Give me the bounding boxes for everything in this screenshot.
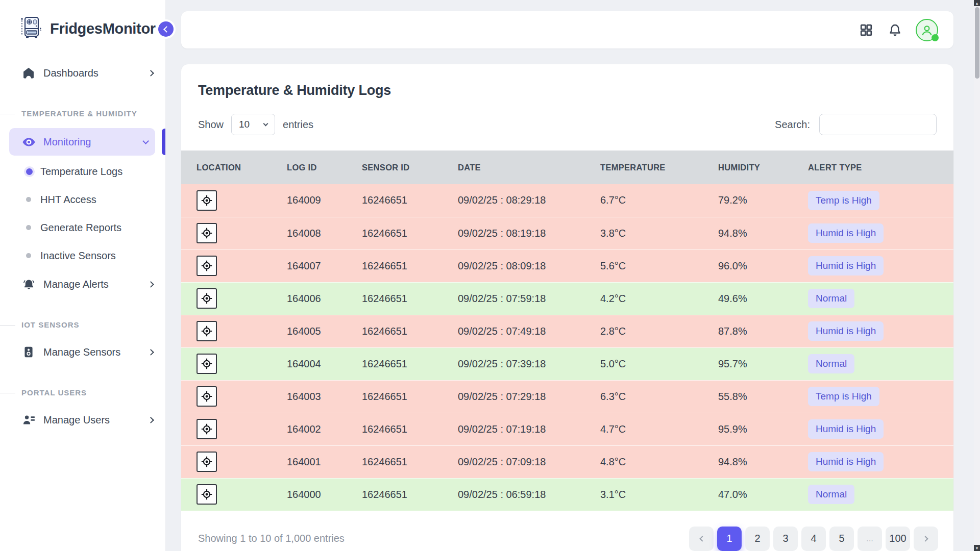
- sidebar-item-manage-sensors[interactable]: Manage Sensors: [0, 338, 165, 366]
- table-row: 164001 16246651 09/02/25 : 07:09:18 4.8°…: [181, 445, 953, 478]
- date-cell: 09/02/25 : 08:29:18: [443, 184, 585, 217]
- log-id-cell: 164006: [272, 282, 347, 315]
- alert-type-badge: Humid is High: [808, 321, 884, 341]
- location-button[interactable]: [197, 452, 217, 472]
- temperature-cell: 5.6°C: [585, 249, 703, 282]
- temperature-cell: 2.8°C: [585, 315, 703, 347]
- alert-type-badge: Humid is High: [808, 419, 884, 439]
- chevron-down-icon: [263, 121, 268, 127]
- entries-label: entries: [283, 119, 313, 131]
- notifications-bell-button[interactable]: [887, 22, 902, 38]
- scrollbar-thumb[interactable]: [975, 7, 979, 79]
- location-button[interactable]: [197, 223, 217, 243]
- eye-icon: [21, 135, 36, 149]
- temperature-cell: 3.8°C: [585, 217, 703, 249]
- sidebar-item-manage-alerts[interactable]: Manage Alerts: [0, 270, 165, 298]
- sensor-id-cell: 16246651: [347, 315, 443, 347]
- sensor-id-cell: 16246651: [347, 282, 443, 315]
- date-cell: 09/02/25 : 07:09:18: [443, 445, 585, 478]
- table-row: 164005 16246651 09/02/25 : 07:49:18 2.8°…: [181, 315, 953, 347]
- chevron-right-icon: [148, 281, 154, 288]
- users-icon: [21, 413, 36, 427]
- sensor-id-cell: 16246651: [347, 445, 443, 478]
- logs-table: LOCATION LOG ID SENSOR ID DATE TEMPERATU…: [181, 151, 953, 511]
- page-button-4[interactable]: 4: [801, 527, 826, 551]
- sensor-id-cell: 16246651: [347, 347, 443, 380]
- fridge-logo-icon: [19, 15, 44, 42]
- page-size-select[interactable]: 10: [231, 114, 275, 135]
- top-bar: [181, 11, 953, 48]
- page-button-3[interactable]: 3: [773, 527, 798, 551]
- sidebar-item-temperature-logs[interactable]: Temperature Logs: [0, 159, 165, 184]
- log-id-cell: 164008: [272, 217, 347, 249]
- sidebar-item-hht-access[interactable]: HHT Access: [0, 187, 165, 212]
- temperature-cell: 4.7°C: [585, 413, 703, 445]
- pagination-prev-button[interactable]: [689, 527, 714, 551]
- sidebar: FridgesMonitor Dashboards TEMPERATURE & …: [0, 0, 166, 551]
- page-button-100[interactable]: 100: [886, 527, 910, 551]
- location-button[interactable]: [197, 354, 217, 374]
- sensor-id-cell: 16246651: [347, 413, 443, 445]
- pagination-next-button[interactable]: [914, 527, 938, 551]
- search-input[interactable]: [819, 114, 937, 135]
- sidebar-item-dashboards[interactable]: Dashboards: [0, 59, 165, 87]
- bullet-icon: [26, 168, 33, 175]
- sidebar-item-manage-users[interactable]: Manage Users: [0, 406, 165, 434]
- brand: FridgesMonitor: [0, 0, 165, 42]
- date-cell: 09/02/25 : 06:59:18: [443, 478, 585, 511]
- table-row: 164002 16246651 09/02/25 : 07:19:18 4.7°…: [181, 413, 953, 445]
- page-button-2[interactable]: 2: [745, 527, 770, 551]
- log-table-body: 164009 16246651 09/02/25 : 08:29:18 6.7°…: [181, 184, 953, 511]
- location-button[interactable]: [197, 321, 217, 341]
- location-button[interactable]: [197, 288, 217, 309]
- page-button-1[interactable]: 1: [717, 527, 742, 551]
- table-row: 164008 16246651 09/02/25 : 08:19:18 3.8°…: [181, 217, 953, 249]
- date-cell: 09/02/25 : 07:59:18: [443, 282, 585, 315]
- sensor-id-cell: 16246651: [347, 478, 443, 511]
- sensor-id-cell: 16246651: [347, 184, 443, 217]
- sidebar-collapse-button[interactable]: [156, 19, 176, 39]
- apps-grid-button[interactable]: [859, 22, 874, 38]
- chevron-right-icon: [148, 349, 154, 356]
- entries-summary: Showing 1 to 10 of 1,000 entries: [198, 533, 345, 544]
- sidebar-item-inactive-sensors[interactable]: Inactive Sensors: [0, 243, 165, 268]
- bullet-icon: [26, 197, 31, 202]
- sidebar-item-generate-reports[interactable]: Generate Reports: [0, 215, 165, 240]
- table-row: 164007 16246651 09/02/25 : 08:09:18 5.6°…: [181, 249, 953, 282]
- bullet-icon: [26, 253, 31, 258]
- location-button[interactable]: [197, 386, 217, 407]
- humidity-cell: 49.6%: [703, 282, 793, 315]
- page-ellipsis: ...: [857, 527, 882, 551]
- chevron-left-icon: [699, 536, 705, 541]
- col-date: DATE: [443, 151, 585, 184]
- user-avatar[interactable]: [916, 19, 938, 41]
- humidity-cell: 87.8%: [703, 315, 793, 347]
- alert-type-badge: Normal: [808, 485, 854, 504]
- page-button-5[interactable]: 5: [829, 527, 854, 551]
- window-scrollbar[interactable]: ▲ ▼: [974, 0, 980, 551]
- table-row: 164009 16246651 09/02/25 : 08:29:18 6.7°…: [181, 184, 953, 217]
- date-cell: 09/02/25 : 07:19:18: [443, 413, 585, 445]
- date-cell: 09/02/25 : 07:29:18: [443, 380, 585, 413]
- scroll-up-arrow[interactable]: ▲: [974, 0, 980, 6]
- page-size-value: 10: [239, 119, 250, 130]
- location-button[interactable]: [197, 484, 217, 505]
- logs-card: Temperature & Humidity Logs Show 10 entr…: [181, 64, 953, 551]
- bell-ringing-icon: [21, 277, 36, 291]
- location-button[interactable]: [197, 256, 217, 276]
- sensor-id-cell: 16246651: [347, 249, 443, 282]
- humidity-cell: 94.8%: [703, 217, 793, 249]
- alert-type-badge: Normal: [808, 289, 854, 308]
- temperature-cell: 6.3°C: [585, 380, 703, 413]
- log-id-cell: 164007: [272, 249, 347, 282]
- bullet-icon: [26, 225, 31, 230]
- location-button[interactable]: [197, 419, 217, 439]
- sidebar-item-monitoring[interactable]: Monitoring: [9, 128, 155, 156]
- humidity-cell: 96.0%: [703, 249, 793, 282]
- col-alert-type: ALERT TYPE: [793, 151, 953, 184]
- location-button[interactable]: [197, 190, 217, 211]
- log-id-cell: 164002: [272, 413, 347, 445]
- sensor-icon: [21, 345, 36, 359]
- scroll-down-arrow[interactable]: ▼: [974, 545, 980, 551]
- humidity-cell: 95.9%: [703, 413, 793, 445]
